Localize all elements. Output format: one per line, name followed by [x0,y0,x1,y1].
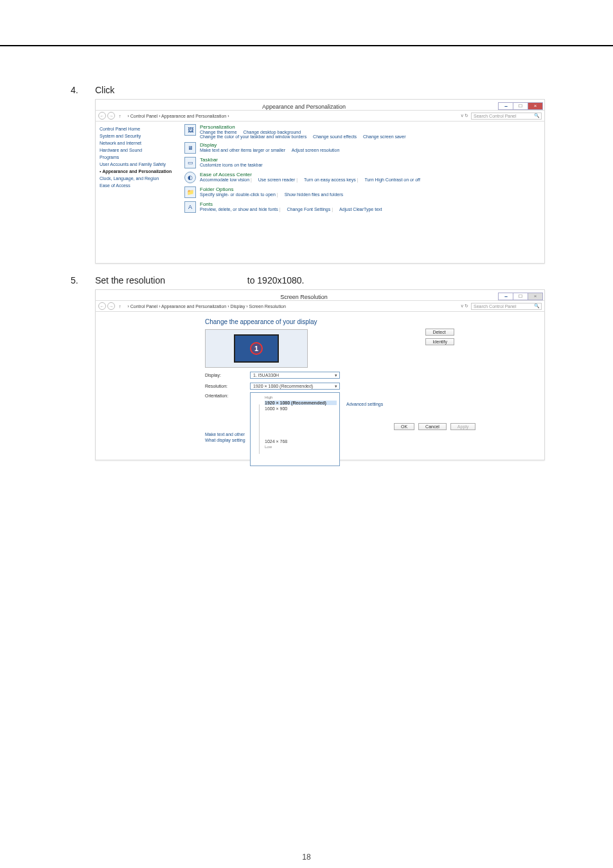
callout-circle: 1 [250,342,263,355]
sidebar-item-clock[interactable]: Clock, Language, and Region [100,175,174,182]
sidebar-item-home[interactable]: Control Panel Home [100,125,174,132]
ok-button[interactable]: OK [394,423,414,430]
cancel-button[interactable]: Cancel [418,423,447,430]
link-easy-keys[interactable]: Turn on easy access keys [304,177,359,182]
category-ease[interactable]: Ease of Access Center [200,172,425,177]
link-low-vision[interactable]: Accommodate low vision [200,177,253,182]
monitor-icon[interactable]: 1 [234,334,279,363]
maximize-button[interactable]: □ [513,293,528,300]
step-text: Set the resolution to 1920x1080. [95,275,305,285]
back-button[interactable]: ← [98,302,106,310]
forward-button[interactable]: → [107,302,115,310]
sidebar-item-network[interactable]: Network and Internet [100,140,174,147]
screenshot-appearance-personalization: Appearance and Personalization ‒ □ × ← →… [95,99,545,264]
link-text-size[interactable]: Make text and other items larger or smal… [200,148,285,152]
refresh-icon[interactable]: v ↻ [461,113,468,118]
category-fonts[interactable]: Fonts [200,201,387,207]
page-number: 18 [0,853,613,862]
link-customize-icons[interactable]: Customize icons on the taskbar [200,163,263,167]
display-icon: 🖥 [184,142,196,154]
window-controls: ‒ □ × [498,293,543,300]
category-display[interactable]: Display [200,142,344,148]
window-title: Appearance and Personalization [110,104,498,110]
link-cleartype[interactable]: Adjust ClearType text [339,207,382,212]
page-heading: Change the appearance of your display [205,318,537,325]
resolution-option[interactable]: 1600 × 900 [265,406,337,411]
sidebar-item-system[interactable]: System and Security [100,132,174,140]
display-label: Display: [205,373,250,377]
back-button[interactable]: ← [98,112,106,120]
display-select[interactable]: 1. I5UA330H [250,372,340,379]
detect-button[interactable]: Detect [425,329,454,336]
window-controls: ‒ □ × [498,102,543,110]
link-font-settings[interactable]: Change Font Settings [287,207,334,212]
category-taskbar[interactable]: Taskbar [200,157,268,163]
resolution-select[interactable]: 1920 × 1080 (Recommended) [250,383,340,390]
minimize-button[interactable]: ‒ [499,103,513,109]
dropdown-low: Low [265,445,337,449]
step-number: 5. [71,275,95,285]
minimize-button[interactable]: ‒ [499,293,513,300]
resolution-option[interactable]: 1920 × 1080 (Recommended) [265,401,337,405]
link-click-open[interactable]: Specify single- or double-click to open [200,192,280,197]
resolution-option[interactable]: 1024 × 768 [265,439,337,444]
close-button[interactable]: × [528,103,542,109]
resolution-label: Resolution: [205,384,250,388]
sidebar-item-hardware[interactable]: Hardware and Sound [100,147,174,154]
step-text: Click [95,85,114,95]
taskbar-icon: ▭ [184,157,196,168]
link-screen-reader[interactable]: Use screen reader [258,177,299,182]
orientation-label: Orientation: [205,393,250,398]
advanced-settings-link[interactable]: Advanced settings [346,402,537,406]
link-sound[interactable]: Change sound effects [313,134,357,139]
link-taskbar-color[interactable]: Change the color of your taskbar and win… [200,134,306,139]
resolution-dropdown[interactable]: High 1920 × 1080 (Recommended) 1600 × 90… [250,392,340,466]
sidebar-item-ease[interactable]: Ease of Access [100,182,174,189]
sidebar-item-appearance[interactable]: Appearance and Personalization [100,168,174,175]
sidebar-item-programs[interactable]: Programs [100,154,174,161]
dropdown-high: High [265,395,337,399]
step-number: 4. [71,85,95,95]
step-text-b: to 1920x1080. [247,275,305,285]
link-screensaver[interactable]: Change screen saver [363,134,406,139]
apply-button[interactable]: Apply [450,423,476,430]
close-button[interactable]: × [528,293,542,300]
link-adjust-resolution[interactable]: Adjust screen resolution [292,148,340,152]
resolution-slider[interactable] [253,404,260,454]
search-input[interactable]: Search Control Panel [471,113,542,120]
screenshot-screen-resolution: Screen Resolution ‒ □ × ← → ↑ › Control … [95,289,545,460]
category-personalization[interactable]: Personalization [200,124,411,130]
window-title: Screen Resolution [110,294,498,300]
breadcrumb[interactable]: › Control Panel › Appearance and Persona… [128,304,459,309]
control-panel-sidebar: Control Panel Home System and Security N… [96,122,178,263]
link-preview-fonts[interactable]: Preview, delete, or show and hide fonts [200,207,282,212]
sidebar-item-users[interactable]: User Accounts and Family Safety [100,161,174,168]
refresh-icon[interactable]: v ↻ [461,303,468,309]
link-change-theme[interactable]: Change the theme [200,130,237,134]
ease-icon: ◐ [184,172,196,183]
category-folder[interactable]: Folder Options [200,186,348,192]
folder-icon: 📁 [184,186,196,198]
link-desktop-bg[interactable]: Change desktop background [244,130,301,134]
search-input[interactable]: Search Control Panel [471,303,542,310]
personalization-icon: 🖼 [184,124,196,136]
fonts-icon: A [184,201,196,213]
display-preview: 1 [205,329,308,368]
link-hidden-files[interactable]: Show hidden files and folders [285,192,343,197]
maximize-button[interactable]: □ [513,103,528,109]
forward-button[interactable]: → [107,112,115,120]
breadcrumb[interactable]: › Control Panel › Appearance and Persona… [128,114,459,118]
step-text-a: Set the resolution [95,275,165,285]
link-high-contrast[interactable]: Turn High Contrast on or off [364,177,420,182]
identify-button[interactable]: Identify [425,338,454,345]
